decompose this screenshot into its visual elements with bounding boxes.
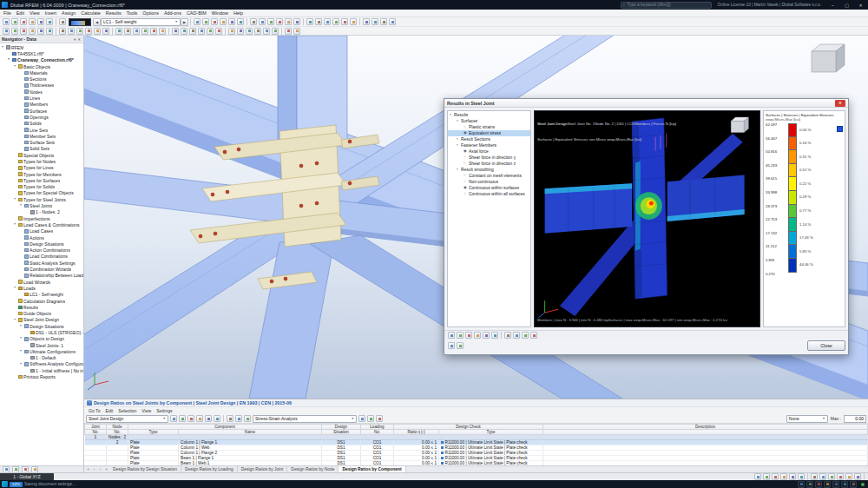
zoom-in-icon[interactable]	[37, 28, 44, 35]
ortho-toggle-icon[interactable]	[772, 473, 779, 480]
connection-status-icon[interactable]	[850, 481, 857, 488]
tree-item-types-for-special-objects[interactable]: Types for Special Objects	[0, 190, 83, 196]
zoom-all-icon[interactable]	[457, 332, 464, 339]
print-icon[interactable]	[29, 18, 36, 25]
dialog-tree-item-equivalent-stress[interactable]: ◉Equivalent stress	[448, 130, 530, 136]
tree-item-types-for-lines[interactable]: Types for Lines	[0, 165, 83, 171]
display-hidden-lines-icon[interactable]	[159, 28, 166, 35]
dialog-tree-item-fastener-members[interactable]: ▾Fastener Members	[448, 142, 530, 148]
print-report-icon[interactable]	[448, 342, 455, 349]
menu-edit[interactable]: Edit	[14, 10, 27, 17]
copy-table-icon[interactable]	[196, 415, 203, 422]
tree-item-solid-sets[interactable]: Solid Sets	[0, 146, 83, 152]
result-diagram-icon[interactable]	[227, 415, 233, 422]
navigation-cube[interactable]	[812, 44, 845, 72]
next-load-case-button[interactable]	[181, 18, 188, 26]
close-dialog-button[interactable]: Close	[807, 340, 845, 351]
dialog-tree-item-axial-force[interactable]: ◉Axial force	[448, 148, 530, 155]
last-page-icon[interactable]: »	[103, 467, 109, 472]
sum-values-icon[interactable]	[214, 415, 220, 422]
close-window-button[interactable]	[855, 0, 866, 10]
camera-view-icon[interactable]	[380, 18, 387, 25]
previous-page-icon[interactable]: ‹	[91, 467, 97, 472]
dialog-close-icon[interactable]	[835, 100, 845, 107]
menu-window[interactable]: Window	[209, 10, 231, 17]
tree-item-results[interactable]: Results	[0, 304, 83, 310]
tree-item-static-analysis-settings[interactable]: Static Analysis Settings	[0, 260, 83, 266]
tree-item-surfaces[interactable]: Surfaces	[0, 108, 83, 114]
menu-file[interactable]: File	[1, 10, 14, 17]
result-values-icon[interactable]	[250, 18, 257, 25]
tree-item-ta45sk1-rf6[interactable]: TA45SK1.rf6*	[0, 50, 83, 56]
dialog-tree-item-constant-on-mesh-elements[interactable]: ○Constant on mesh elements	[448, 173, 530, 179]
tree-item-types-for-surfaces[interactable]: Types for Surfaces	[0, 177, 83, 183]
tree-item-ultimate-configurations[interactable]: ▾Ultimate Configurations	[0, 348, 83, 354]
dialog-tree-item-plastic-strains[interactable]: ○Plastic strains	[448, 124, 530, 130]
dialog-tree-item-surfaces[interactable]: ▾Surfaces	[448, 118, 530, 124]
view-in-z-icon[interactable]	[124, 28, 131, 35]
view-in-y-icon[interactable]	[115, 28, 122, 35]
tree-item-nodes[interactable]: Nodes	[0, 89, 83, 95]
orbit-view-icon[interactable]	[76, 28, 83, 35]
dialog-tree-item-continuous-within-surfaces[interactable]: ◉Continuous within surfaces	[448, 185, 530, 191]
close-navigator-icon[interactable]: ✕	[76, 37, 82, 42]
export-excel-icon[interactable]	[205, 415, 212, 422]
section-view-icon[interactable]	[172, 28, 179, 35]
units-settings-icon[interactable]	[828, 473, 835, 480]
tree-item-relationship-between-load-cases[interactable]: Relationship Between Load Cases	[0, 273, 83, 279]
tree-item-lc1-self-weight[interactable]: LC1 - Self-weight	[0, 292, 83, 298]
work-plane-xz-icon[interactable]	[228, 28, 235, 35]
isometric-view-icon[interactable]	[133, 28, 140, 35]
calculate-all-icon[interactable]	[202, 18, 209, 25]
design-checks-icon[interactable]	[285, 18, 292, 25]
new-surface-icon[interactable]	[285, 28, 292, 35]
tree-item-types-for-steel-joints[interactable]: ▾Types for Steel Joints	[0, 196, 83, 202]
new-member-icon[interactable]	[272, 28, 279, 35]
menu-options[interactable]: Options	[140, 10, 161, 17]
tree-item-printout-reports[interactable]: Printout Reports	[0, 373, 83, 379]
dialog-tree-item-shear-force-in-direction-z[interactable]: ○Shear force in direction z	[448, 161, 530, 167]
filter-rows-icon[interactable]	[170, 415, 177, 422]
maximize-button[interactable]	[841, 0, 852, 10]
previous-load-case-button[interactable]	[93, 18, 101, 26]
previous-view-icon[interactable]	[85, 28, 92, 35]
settings-dropdown-icon[interactable]	[530, 332, 537, 339]
display-properties-icon[interactable]	[474, 332, 481, 339]
internal-forces-icon[interactable]	[267, 18, 274, 25]
show-result-rows-icon[interactable]	[367, 415, 374, 422]
tree-item-craneway-connection-rf6[interactable]: ▾Craneway_Connection.rf6*	[0, 57, 83, 63]
find-in-table-icon[interactable]	[187, 415, 194, 422]
table-category-combo[interactable]: Steel Joint Design ▼	[86, 415, 168, 423]
isometric-view-icon[interactable]	[448, 332, 455, 339]
tree-item-stiffness-analysis-configurations[interactable]: ▾Stiffness Analysis Configurations	[0, 361, 83, 367]
tables-toggle-icon[interactable]	[194, 18, 201, 25]
new-line-icon[interactable]	[263, 28, 270, 35]
tree-item-types-for-members[interactable]: Types for Members	[0, 171, 83, 177]
tree-item-sections[interactable]: Sections	[0, 76, 83, 82]
result-smoothing-icon[interactable]	[483, 332, 490, 339]
deselect-icon[interactable]	[20, 28, 27, 35]
analysis-type-combo[interactable]: Stress-Strain Analysis ▼	[253, 415, 357, 423]
numbering-icon[interactable]	[324, 18, 331, 25]
color-scale-icon[interactable]	[235, 415, 242, 422]
show-grid-icon[interactable]	[181, 28, 187, 35]
object-snap-icon[interactable]	[198, 28, 205, 35]
clipping-plane-icon[interactable]	[363, 18, 370, 25]
grid-toggle-icon[interactable]	[763, 473, 770, 480]
shadow-mode-icon[interactable]	[341, 18, 348, 25]
custom-work-plane-icon[interactable]	[246, 28, 253, 35]
graphic-printout-icon[interactable]	[389, 18, 396, 25]
redo-icon[interactable]	[46, 18, 53, 25]
relation-scale-icon[interactable]	[376, 415, 383, 422]
tree-item-openings[interactable]: Openings	[0, 114, 83, 120]
zoom-window-icon[interactable]	[29, 28, 36, 35]
first-page-icon[interactable]: «	[85, 467, 91, 472]
render-toggle-icon[interactable]	[811, 473, 818, 480]
keyword-search[interactable]: ⌕	[621, 2, 712, 9]
tree-item-1-default[interactable]: 1 - Default	[0, 355, 83, 361]
tree-item-ds1-uls-str-geo-perm[interactable]: DS1 - ULS (STR/GEO) - Perm...	[0, 329, 83, 335]
steel-joints-icon[interactable]	[293, 18, 300, 25]
message-center-icon[interactable]	[845, 473, 852, 480]
legend-toggle-icon[interactable]	[491, 332, 498, 339]
show-results-icon[interactable]	[237, 18, 244, 25]
